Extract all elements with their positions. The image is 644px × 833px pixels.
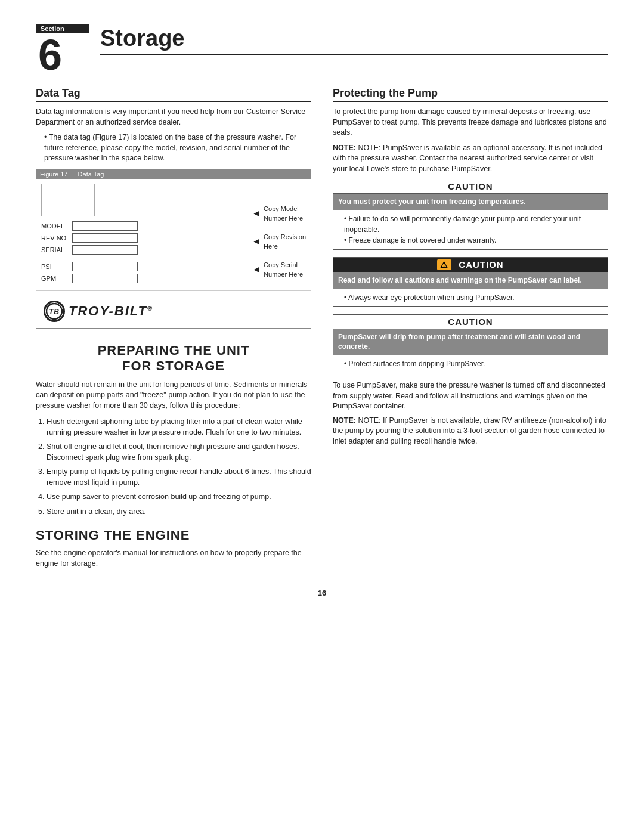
troy-bilt-logo: TB TROY-BILT® <box>44 301 304 322</box>
page-footer: 16 <box>36 587 608 599</box>
step-5: Store unit in a clean, dry area. <box>47 507 311 518</box>
arrow-model: ◄ Copy ModelNumber Here <box>252 204 303 224</box>
caution-shaded-2: Read and follow all cautions and warning… <box>333 272 608 289</box>
caution-shaded-1: You must protect your unit from freezing… <box>333 194 608 210</box>
step-1: Flush detergent siphoning tube by placin… <box>47 417 311 438</box>
caution-bullet-1b: Freeze damage is not covered under warra… <box>344 235 603 246</box>
model-label: MODEL <box>41 222 72 230</box>
page-number: 16 <box>309 587 335 599</box>
serial-label: SERIAL <box>41 246 72 253</box>
revno-row: REV NO <box>41 233 247 243</box>
revno-input <box>72 233 138 243</box>
arrow-serial: ◄ Copy SerialNumber Here <box>252 260 303 280</box>
caution-bullet-1a: Failure to do so will permanently damage… <box>344 213 603 235</box>
caution-header-2: ⚠ CAUTION <box>333 258 608 272</box>
caution-box-1: CAUTION You must protect your unit from … <box>333 179 608 250</box>
caution-body-2: Always wear eye protection when using Pu… <box>333 289 608 306</box>
storing-heading: STORING THE ENGINE <box>36 528 311 543</box>
psi-input <box>72 262 138 271</box>
right-column: Protecting the Pump To protect the pump … <box>333 87 608 569</box>
step-2: Shut off engine and let it cool, then re… <box>47 442 311 463</box>
svg-text:TB: TB <box>49 308 60 316</box>
caution-bullet-2a: Always wear eye protection when using Pu… <box>344 292 603 303</box>
data-tag-intro: Data tag information is very important i… <box>36 107 311 128</box>
figure-title: Figure 17 — Data Tag <box>36 169 311 179</box>
caution-body-1: Failure to do so will permanently damage… <box>333 210 608 249</box>
arrow-revision: ◄ Copy RevisionHere <box>252 232 306 252</box>
caution-warning-icon: ⚠ <box>437 259 451 270</box>
model-row: MODEL <box>41 221 247 231</box>
page-header: Section 6 Storage <box>36 24 608 76</box>
figure-form-col: MODEL REV NO SERIAL PS <box>41 184 247 286</box>
page-title: Storage <box>100 26 184 51</box>
figure-inner: MODEL REV NO SERIAL PS <box>36 179 311 290</box>
main-columns: Data Tag Data tag information is very im… <box>36 87 608 569</box>
data-tag-bullet: The data tag (Figure 17) is located on t… <box>44 132 311 164</box>
data-tag-heading: Data Tag <box>36 87 311 102</box>
caution-body-3: Protect surfaces from dripping PumpSaver… <box>333 355 608 373</box>
header-title-block: Storage <box>100 26 608 55</box>
section-box: Section 6 <box>36 24 89 76</box>
step-4: Use pump saver to prevent corrosion buil… <box>47 492 311 503</box>
arrow-icon: ◄ <box>252 206 261 221</box>
preparing-section: PREPARING THE UNIT FOR STORAGE Water sho… <box>36 343 311 518</box>
gpm-label: GPM <box>41 275 72 282</box>
pump-continued-text1: To use PumpSaver, make sure the pressure… <box>333 380 608 412</box>
caution-header-3: CAUTION <box>333 315 608 329</box>
preparing-heading: PREPARING THE UNIT FOR STORAGE <box>36 343 311 374</box>
data-tag-section: Data Tag Data tag information is very im… <box>36 87 311 329</box>
protecting-intro: To protect the pump from damage caused b… <box>333 107 608 138</box>
model-input <box>72 221 138 231</box>
psi-label: PSI <box>41 263 72 270</box>
protecting-heading: Protecting the Pump <box>333 87 608 102</box>
gpm-input <box>72 274 138 283</box>
preparing-intro: Water should not remain in the unit for … <box>36 380 311 411</box>
caution-bullet-3a: Protect surfaces from dripping PumpSaver… <box>344 358 603 369</box>
troy-bilt-text: TROY-BILT® <box>69 304 153 319</box>
data-tag-image <box>41 184 95 216</box>
psi-row: PSI <box>41 262 247 271</box>
figure-arrows: ◄ Copy ModelNumber Here ◄ Copy RevisionH… <box>252 184 306 286</box>
caution-header-1: CAUTION <box>333 179 608 194</box>
step-3: Empty pump of liquids by pulling engine … <box>47 467 311 488</box>
caution-box-2: ⚠ CAUTION Read and follow all cautions a… <box>333 257 608 307</box>
gpm-row: GPM <box>41 274 247 283</box>
revno-label: REV NO <box>41 234 72 241</box>
serial-row: SERIAL <box>41 245 247 255</box>
section-number: 6 <box>36 33 89 76</box>
storing-text: See the engine operator's manual for ins… <box>36 548 311 569</box>
left-column: Data Tag Data tag information is very im… <box>36 87 311 569</box>
protecting-section: Protecting the Pump To protect the pump … <box>333 87 608 447</box>
preparing-steps: Flush detergent siphoning tube by placin… <box>47 417 311 517</box>
storing-section: STORING THE ENGINE See the engine operat… <box>36 528 311 569</box>
caution-shaded-3: PumpSaver will drip from pump after trea… <box>333 329 608 355</box>
troy-bilt-icon: TB <box>44 301 65 322</box>
arrow-icon: ◄ <box>252 262 261 277</box>
serial-input <box>72 245 138 255</box>
arrow-icon: ◄ <box>252 234 261 249</box>
figure-17: Figure 17 — Data Tag MODEL REV NO <box>36 169 311 329</box>
arrow-revision-label: Copy RevisionHere <box>264 232 306 252</box>
caution-box-3: CAUTION PumpSaver will drip from pump af… <box>333 314 608 374</box>
protecting-note2: NOTE: NOTE: If PumpSaver is not availabl… <box>333 416 608 447</box>
arrow-serial-label: Copy SerialNumber Here <box>264 260 303 280</box>
arrow-model-label: Copy ModelNumber Here <box>264 204 303 224</box>
protecting-note1: NOTE: NOTE: PumpSaver is available as an… <box>333 143 608 175</box>
